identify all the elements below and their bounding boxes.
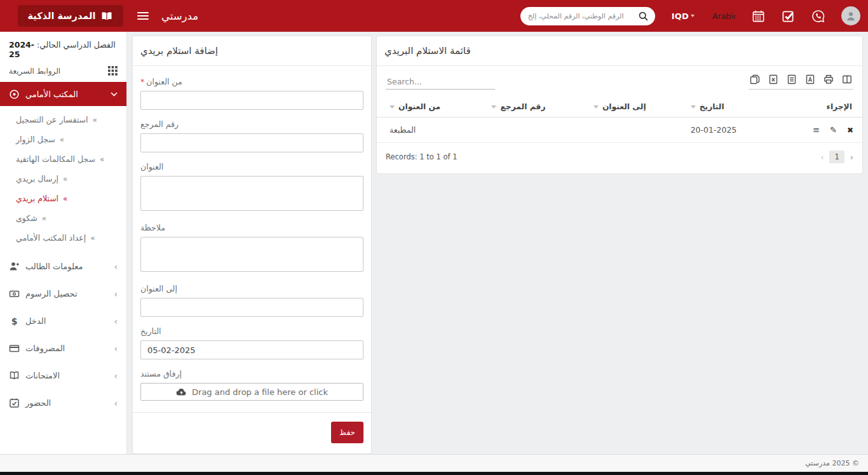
chevron-down-icon [691,15,695,17]
excel-file-icon[interactable] [768,74,778,84]
sort-caret-icon [390,105,395,109]
sidebar-subitem-postal-receive[interactable]: استلام بريدي « [0,189,126,208]
reference-no-input[interactable] [140,133,363,152]
whatsapp-icon[interactable] [811,10,825,23]
next-page-icon[interactable]: › [850,152,853,162]
front-office-label: المكتب الأمامي [25,90,78,99]
hamburger-menu-icon[interactable] [137,10,149,22]
chevron-down-icon [111,92,118,97]
sort-caret-icon [691,105,696,109]
front-office-icon [9,89,20,100]
table-header-row: من العنوان رقم المرجع إلى العنوان التاري… [377,96,862,117]
search-icon[interactable] [638,11,649,22]
dollar-icon: $ [9,316,20,326]
column-header-to-title[interactable]: إلى العنوان [581,96,678,117]
sidebar-subitem-complaint[interactable]: شكوى « [0,208,126,228]
page-number[interactable]: 1 [829,151,844,163]
sidebar-subitem-phone-call-log[interactable]: سجل المكالمات الهاتفية « [0,149,126,169]
currency-selector[interactable]: IQD [672,11,695,21]
sidebar-item-attendance[interactable]: الحضور ‹ [0,389,126,417]
cell-to-title [581,117,678,143]
table-search-input[interactable] [386,74,495,90]
from-title-input[interactable] [140,91,363,110]
delete-x-icon[interactable]: ✖ [847,126,853,135]
pdf-file-icon[interactable] [805,74,815,84]
brand-logo[interactable]: المدرسة الذكية [18,5,123,27]
sidebar-subitem-front-office-setup[interactable]: إعداد المكتب الأمامي « [0,228,126,248]
columns-icon[interactable] [842,74,852,84]
sidebar-item-student-information[interactable]: معلومات الطالب ‹ [0,253,126,280]
title-textarea[interactable] [140,176,363,211]
reference-no-label: رقم المرجع [140,119,363,129]
edit-pencil-icon[interactable]: ✎ [830,125,837,135]
postal-receive-table: من العنوان رقم المرجع إلى العنوان التاري… [377,96,862,143]
sidebar-item-fees-collection[interactable]: تحصيل الرسوم ‹ [0,280,126,307]
sidebar-item-income[interactable]: $ الدخل ‹ [0,307,126,335]
column-header-date[interactable]: التاريخ [678,96,770,117]
main-content: إضافة استلام بريدي من العنوان* رقم المرج… [127,32,868,454]
details-list-icon[interactable]: ≡ [813,125,820,135]
double-chevron-left-icon: « [60,135,64,144]
user-avatar[interactable] [841,6,860,25]
copy-icon[interactable] [750,74,760,84]
table-title: قائمة الاستلام البريدي [377,36,862,66]
sidebar-subitem-visitor-log[interactable]: سجل الزوار « [0,130,126,149]
title-label: العنوان [140,162,363,171]
printer-icon[interactable] [824,74,834,84]
required-asterisk: * [140,77,144,86]
export-buttons [749,74,853,90]
global-search-input[interactable] [528,12,638,20]
sidebar-item-expenses[interactable]: المصروفات ‹ [0,335,126,362]
column-header-reference-no[interactable]: رقم المرجع [478,96,580,117]
cloud-upload-icon [176,387,187,396]
chevron-left-icon: ‹ [114,371,118,380]
semester-label: الفصل الدراسي الحالي: [37,40,116,50]
language-label: Arabic [712,11,735,21]
from-title-label: من العنوان* [140,77,363,86]
brand-title: المدرسة الذكية [28,11,96,21]
quick-links[interactable]: الروابط السريعة [0,60,126,82]
form-footer: حفظ [133,412,371,453]
double-chevron-left-icon: « [100,155,104,164]
chevron-left-icon: ‹ [114,262,118,271]
postal-receive-list-panel: قائمة الاستلام البريدي [376,36,863,174]
open-book-icon [9,370,20,381]
date-label: التاريخ [140,326,363,336]
column-header-actions: الإجراء [770,96,862,117]
cell-from-title: المطبعة [377,117,478,143]
double-chevron-left-icon: « [63,175,67,184]
sidebar-subitem-admission-enquiry[interactable]: استفسار عن التسجيل « [0,110,126,130]
save-button[interactable]: حفظ [331,422,363,443]
tasks-check-square-icon[interactable] [782,10,795,23]
add-postal-receive-panel: إضافة استلام بريدي من العنوان* رقم المرج… [132,36,372,454]
sidebar: الفصل الدراسي الحالي: 2024-25 الروابط ال… [0,32,127,454]
sidebar-item-examinations[interactable]: الامتحانات ‹ [0,362,126,389]
app-title: مدرستي [161,10,198,22]
sort-caret-icon [491,105,496,109]
previous-page-icon[interactable]: ‹ [820,152,824,162]
bottom-strip [0,472,868,475]
note-textarea[interactable] [140,237,363,272]
pagination: ‹ 1 › [820,151,853,163]
column-header-from-title[interactable]: من العنوان [377,96,478,117]
semester-value: 2024-25 [9,40,34,59]
table-row: المطبعة 20-01-2025 ≡ ✎ ✖ [377,117,862,143]
sidebar-item-front-office[interactable]: المكتب الأمامي [0,82,126,106]
page-footer: © 2025 مدرستي [0,454,868,472]
chevron-left-icon: ‹ [114,399,118,408]
to-title-input[interactable] [140,298,363,317]
file-dropzone[interactable]: Drag and drop a file here or click [140,383,363,401]
banknote-icon [9,288,20,299]
text-file-icon[interactable] [787,74,797,84]
sidebar-subitem-postal-dispatch[interactable]: إرسال بريدي « [0,169,126,189]
credit-card-icon [9,343,20,354]
language-selector[interactable]: Arabic [712,11,735,21]
to-title-label: إلى العنوان [140,284,363,293]
front-office-submenu: استفسار عن التسجيل « سجل الزوار « سجل ال… [0,106,126,253]
open-book-logo-icon [100,11,113,22]
table-toolbar [377,66,862,96]
date-input[interactable] [140,340,363,359]
calendar-icon[interactable] [752,10,765,23]
copyright-text: © 2025 مدرستي [805,459,859,467]
chevron-left-icon: ‹ [114,344,118,353]
